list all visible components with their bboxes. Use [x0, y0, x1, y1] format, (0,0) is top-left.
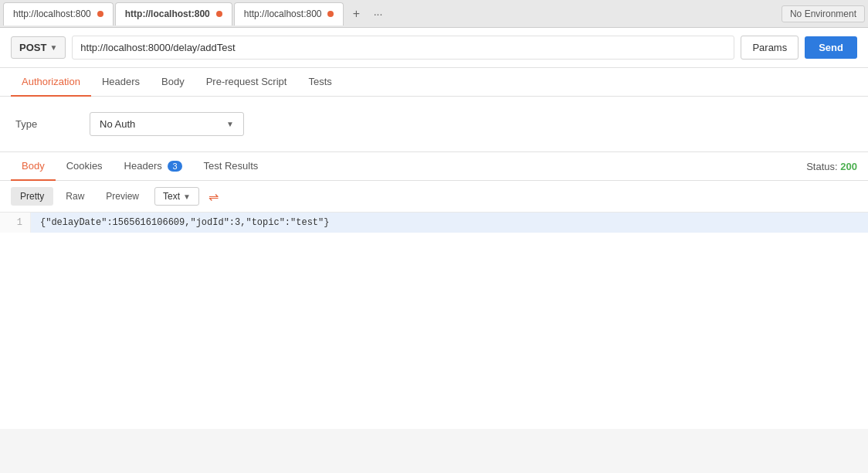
- send-button[interactable]: Send: [805, 36, 857, 59]
- request-tabs: Authorization Headers Body Pre-request S…: [0, 68, 868, 97]
- auth-section: Type No Auth ▼: [0, 97, 868, 152]
- response-tab-body[interactable]: Body: [11, 152, 56, 181]
- tab-1-label: http://localhost:800: [13, 9, 91, 19]
- body-format-dropdown[interactable]: Text ▼: [154, 187, 199, 206]
- format-chevron-icon: ▼: [183, 192, 191, 201]
- tab-2-dot: [216, 11, 222, 17]
- new-tab-button[interactable]: +: [345, 3, 367, 25]
- environment-selector[interactable]: No Environment: [782, 5, 865, 22]
- status-label: Status:: [806, 161, 837, 172]
- auth-type-value: No Auth: [100, 118, 135, 130]
- url-input[interactable]: [72, 36, 734, 60]
- code-line-1: 1 {"delayDate":1565616106609,"jodId":3,"…: [0, 213, 868, 233]
- body-toolbar: Pretty Raw Preview Text ▼ ⇌: [0, 181, 868, 213]
- more-tabs-button[interactable]: ···: [367, 3, 388, 25]
- browser-tab-3[interactable]: http://localhost:800: [234, 2, 344, 26]
- line-number-1: 1: [0, 213, 31, 233]
- method-label: POST: [19, 42, 46, 53]
- tab-bar: http://localhost:800 http://localhost:80…: [0, 0, 868, 28]
- auth-row: Type No Auth ▼: [15, 112, 853, 136]
- tab-3-label: http://localhost:800: [244, 9, 322, 19]
- response-tab-headers-label: Headers: [124, 160, 162, 172]
- tab-body[interactable]: Body: [151, 68, 195, 97]
- body-view-raw[interactable]: Raw: [56, 187, 93, 206]
- browser-tab-2[interactable]: http://localhost:800: [115, 2, 232, 26]
- response-tab-headers[interactable]: Headers 3: [114, 152, 193, 181]
- tab-1-dot: [97, 11, 103, 17]
- status-code: 200: [840, 161, 857, 172]
- tab-3-dot: [327, 11, 334, 17]
- method-dropdown[interactable]: POST ▼: [11, 36, 66, 59]
- tab-authorization[interactable]: Authorization: [11, 68, 91, 97]
- response-tab-body-label: Body: [22, 160, 45, 172]
- tab-tests[interactable]: Tests: [297, 68, 342, 97]
- response-section: Body Cookies Headers 3 Test Results Stat…: [0, 152, 868, 429]
- auth-chevron-icon: ▼: [226, 120, 234, 128]
- code-content-1: {"delayDate":1565616106609,"jodId":3,"to…: [31, 213, 868, 233]
- headers-count-badge: 3: [168, 161, 181, 172]
- code-area: 1 {"delayDate":1565616106609,"jodId":3,"…: [0, 213, 868, 429]
- tab-pre-request-script[interactable]: Pre-request Script: [195, 68, 298, 97]
- response-tabs: Body Cookies Headers 3 Test Results Stat…: [0, 152, 868, 181]
- response-tab-test-results-label: Test Results: [204, 160, 259, 172]
- body-view-preview[interactable]: Preview: [97, 187, 148, 206]
- auth-type-dropdown[interactable]: No Auth ▼: [90, 112, 244, 136]
- response-tab-test-results[interactable]: Test Results: [193, 152, 270, 181]
- wrap-icon[interactable]: ⇌: [209, 189, 219, 204]
- response-tab-cookies-label: Cookies: [66, 160, 103, 172]
- response-status: Status: 200: [806, 161, 857, 172]
- params-button[interactable]: Params: [741, 36, 798, 60]
- request-bar: POST ▼ Params Send: [0, 28, 868, 68]
- method-chevron-icon: ▼: [49, 43, 57, 52]
- body-format-label: Text: [163, 191, 180, 202]
- browser-tab-1[interactable]: http://localhost:800: [3, 2, 114, 26]
- auth-type-label: Type: [15, 118, 77, 130]
- response-tab-cookies[interactable]: Cookies: [56, 152, 114, 181]
- tab-headers[interactable]: Headers: [91, 68, 151, 97]
- body-view-pretty[interactable]: Pretty: [11, 187, 53, 206]
- tab-2-label: http://localhost:800: [125, 9, 210, 19]
